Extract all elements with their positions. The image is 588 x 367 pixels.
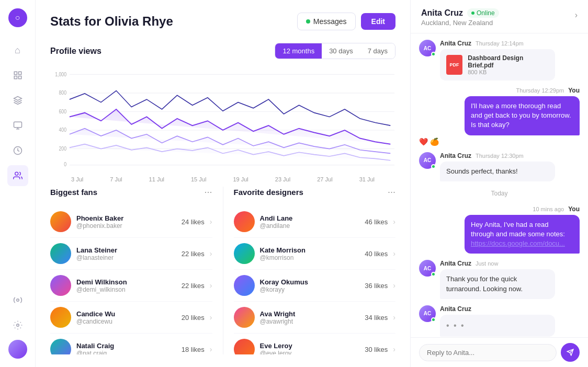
chevron-right-icon[interactable]: › — [393, 281, 395, 290]
message-content: You Thursday 12:29pm I'll have a more th… — [419, 87, 580, 146]
chevron-right-icon[interactable]: › — [210, 217, 212, 226]
message-time: Thursday 12:29pm — [516, 87, 564, 94]
message-meta: Anita Cruz Thursday 12:14pm — [440, 40, 580, 47]
svg-rect-1 — [18, 72, 21, 74]
item-likes: 34 likes — [365, 314, 388, 322]
item-likes: 22 likes — [182, 250, 205, 258]
chevron-right-icon[interactable]: › — [393, 313, 395, 322]
file-name: Dashboard Design Brief.pdf — [468, 54, 549, 69]
favorite-designers-section: Favorite designers ··· Andi Lane @andila… — [223, 187, 396, 354]
gear-icon[interactable] — [7, 315, 28, 336]
chevron-right-icon[interactable]: › — [393, 249, 395, 258]
user-avatar[interactable] — [8, 340, 27, 359]
message-meta: Anita Cruz Just now — [440, 260, 580, 267]
send-button[interactable] — [561, 343, 580, 362]
item-name: Kate Morrison — [260, 246, 365, 254]
message-bubble: Hey Anita, I've had a read through and m… — [465, 215, 580, 254]
avatar-online-indicator — [431, 164, 436, 169]
sidebar-item-reports[interactable] — [7, 115, 28, 136]
x-label: 19 Jul — [233, 176, 248, 182]
item-handle: @nat.craig — [76, 350, 182, 355]
sender-avatar: AC — [419, 152, 436, 169]
messages-button[interactable]: Messages — [297, 13, 356, 30]
profile-views-header: Profile views 12 months 30 days 7 days — [50, 43, 395, 59]
chevron-right-icon[interactable]: › — [393, 217, 395, 226]
chat-input[interactable] — [419, 344, 557, 361]
list-item: Phoenix Baker @phoenix.baker 24 likes › — [50, 206, 212, 238]
item-info: Demi Wilkinson @demi_wilkinson — [76, 278, 182, 293]
file-attachment: PDF Dashboard Design Brief.pdf 800 KB — [440, 49, 555, 81]
message-sender: Anita Cruz — [440, 152, 471, 159]
filter-7days[interactable]: 7 days — [360, 43, 395, 59]
message-link[interactable]: https://docs.google.com/docu... — [471, 239, 565, 247]
item-likes: 20 likes — [182, 314, 205, 322]
message-meta: You 10 mins ago — [419, 205, 580, 213]
chevron-right-icon[interactable]: › — [210, 313, 212, 322]
avatar — [234, 243, 255, 264]
app-logo[interactable]: ○ — [8, 8, 27, 27]
x-label: 27 Jul — [317, 176, 332, 182]
bottom-sections: Biggest fans ··· Phoenix Baker @phoenix.… — [50, 187, 395, 354]
message-row: AC Anita Cruz Thursday 12:30pm Sounds pe… — [419, 152, 580, 181]
x-label: 31 Jul — [359, 176, 375, 182]
biggest-fans-title: Biggest fans — [50, 188, 97, 197]
date-divider: Today — [419, 188, 580, 199]
filter-30days[interactable]: 30 days — [322, 43, 360, 59]
item-info: Lana Steiner @lanasteiner — [76, 246, 182, 261]
message-sender: Anita Cruz — [440, 305, 471, 313]
message-content: You 10 mins ago Hey Anita, I've had a re… — [419, 205, 580, 254]
item-name: Candice Wu — [76, 310, 182, 318]
avatar-online-indicator — [431, 272, 436, 277]
avatar-online-indicator — [431, 52, 436, 56]
sidebar-item-history[interactable] — [7, 140, 28, 161]
favorite-designers-title: Favorite designers — [234, 188, 303, 197]
item-likes: 22 likes — [182, 282, 205, 290]
item-info: Kate Morrison @kmorrison — [260, 246, 365, 261]
message-time: Thursday 12:30pm — [476, 153, 524, 159]
item-likes: 40 likes — [365, 250, 388, 258]
sidebar-item-home[interactable]: ⌂ — [7, 40, 28, 61]
favorite-designers-more-button[interactable]: ··· — [388, 187, 395, 198]
message-bubble: Thank you for the quick turnaround. Look… — [440, 269, 555, 299]
item-info: Koray Okumus @korayy — [260, 278, 365, 293]
svg-text:200: 200 — [59, 146, 66, 152]
chevron-right-icon[interactable]: › — [210, 345, 212, 353]
sender-avatar: AC — [419, 40, 436, 56]
x-label: 15 Jul — [191, 176, 206, 182]
messages-label: Messages — [313, 17, 347, 26]
sidebar-item-users[interactable] — [7, 165, 28, 186]
chevron-right-icon[interactable]: › — [210, 281, 212, 290]
message-content: Anita Cruz Just now Thank you for the qu… — [440, 260, 580, 299]
edit-button[interactable]: Edit — [361, 13, 395, 30]
sender-avatar: AC — [419, 305, 436, 322]
item-info: Ava Wright @avawright — [260, 310, 365, 325]
message-row: You 10 mins ago Hey Anita, I've had a re… — [419, 205, 580, 254]
message-meta: Anita Cruz Thursday 12:30pm — [440, 152, 580, 159]
favorite-designers-header: Favorite designers ··· — [234, 187, 396, 198]
main-content: Stats for Olivia Rhye Messages Edit Prof… — [36, 0, 410, 367]
x-label: 11 Jul — [149, 176, 164, 182]
list-item: Eve Leroy @eve.leroy 30 likes › — [234, 334, 396, 354]
pdf-icon: PDF — [446, 55, 462, 75]
item-name: Demi Wilkinson — [76, 278, 182, 286]
biggest-fans-more-button[interactable]: ··· — [204, 187, 212, 198]
online-status: Online — [477, 9, 495, 17]
svg-text:0: 0 — [64, 162, 66, 167]
svg-rect-0 — [14, 72, 17, 74]
sidebar-item-layers[interactable] — [7, 90, 28, 111]
filter-12months[interactable]: 12 months — [275, 43, 322, 59]
typing-dots: • • • — [446, 321, 465, 330]
item-info: Natali Craig @nat.craig — [76, 342, 182, 355]
svg-rect-5 — [14, 122, 21, 128]
chat-navigate-button[interactable]: › — [575, 10, 578, 20]
item-name: Natali Craig — [76, 342, 182, 350]
sidebar-item-analytics[interactable] — [7, 65, 28, 86]
chat-panel: Anita Cruz Online Auckland, New Zealand … — [410, 0, 588, 367]
settings-icon[interactable] — [7, 290, 28, 311]
chevron-right-icon[interactable]: › — [393, 345, 395, 353]
svg-text:800: 800 — [59, 90, 66, 96]
list-item: Candice Wu @candicewu 20 likes › — [50, 302, 212, 334]
svg-rect-3 — [14, 76, 17, 79]
chevron-right-icon[interactable]: › — [210, 249, 212, 258]
item-info: Eve Leroy @eve.leroy — [260, 342, 365, 355]
